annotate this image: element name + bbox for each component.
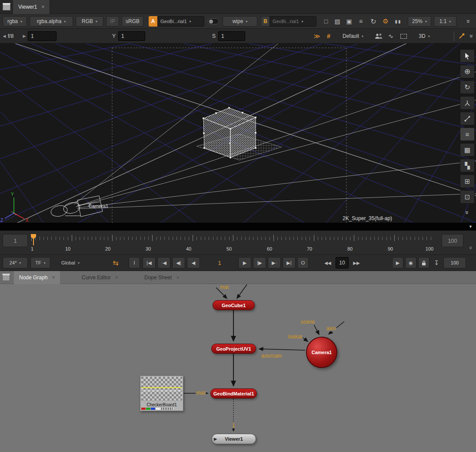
tab-dope-sheet-label: Dope Sheet — [144, 275, 172, 281]
frame-all-button[interactable]: ⊞ — [460, 174, 475, 188]
collapse-arrow-icon[interactable]: ▼ — [469, 224, 473, 229]
cursor-tool-button[interactable] — [460, 49, 475, 63]
node-checkerboard[interactable]: CheckerBoard1 — [140, 375, 183, 411]
node-geoprojectuv[interactable]: GeoProjectUV1 — [211, 344, 256, 354]
rotate-tool-button[interactable]: ↻ — [460, 80, 475, 94]
play-backward-button[interactable]: ◀ — [187, 257, 200, 268]
lut-dropdown[interactable]: Default — [336, 31, 370, 41]
play-forward-button[interactable]: ▶ — [238, 257, 251, 268]
goto-end-button[interactable]: ▶| — [283, 257, 296, 268]
toolbar-overflow-chevron-icon[interactable]: » — [464, 17, 474, 26]
export-frames-icon[interactable]: ↧ — [431, 257, 442, 268]
marquee-select-icon[interactable] — [399, 31, 408, 41]
fps-dropdown[interactable]: 24* — [3, 257, 28, 268]
channels-dropdown[interactable]: rgba — [3, 16, 27, 27]
edge-label-lookat: lookat — [287, 334, 303, 340]
input-process-button[interactable]: IP — [106, 16, 119, 27]
flipbook-button[interactable]: ▶ — [392, 257, 403, 268]
overlay-menu-icon[interactable]: ≡ — [356, 16, 366, 27]
tab-curve-editor[interactable]: Curve Editor × — [77, 271, 123, 284]
next-keyframe-button[interactable]: ▶· — [268, 257, 281, 268]
saturation-input[interactable]: 1 — [218, 31, 245, 41]
jump-back-button[interactable]: ◀◀ — [322, 257, 334, 268]
layout-grid-button[interactable]: ▦ — [460, 143, 475, 157]
fstop-next-icon[interactable]: ▶ — [22, 31, 27, 41]
roi-gear-icon[interactable]: ⚙ — [380, 16, 391, 27]
pause-icon[interactable]: ▮▮ — [392, 16, 404, 27]
input-b-dropdown[interactable]: GeoBi...rial1 — [270, 16, 316, 27]
input-a-combo: A GeoBi...rial1 — [149, 16, 204, 27]
frame-all-icon: ⊞ — [465, 177, 470, 185]
gain-input[interactable]: 1 — [28, 31, 57, 41]
zoom-dropdown[interactable]: 25% — [408, 16, 431, 27]
display-mode-dropdown[interactable]: RGB — [76, 16, 103, 27]
gamma-input[interactable]: 1 — [118, 31, 145, 41]
input-a-dropdown[interactable]: GeoBi...rial1 — [157, 16, 204, 27]
input-b-badge: B — [261, 16, 270, 27]
node-camera[interactable]: Camera1 — [306, 337, 337, 368]
color-sample-icon[interactable] — [456, 31, 467, 41]
panel-divider[interactable]: ▼ — [0, 223, 476, 231]
goto-start-button[interactable]: |◀ — [143, 257, 156, 268]
node-viewer[interactable]: ▶ Viewer1 — [212, 434, 256, 444]
wipe-toggle[interactable] — [208, 18, 219, 24]
proxy-square-icon[interactable]: □ — [321, 16, 331, 27]
timeline-start-field[interactable]: 1 — [3, 234, 28, 247]
viewer-lut-button[interactable]: sRGB — [122, 16, 143, 27]
fstop-prev-icon[interactable]: ◀ — [2, 31, 7, 41]
range-dropdown[interactable]: Global — [53, 257, 88, 268]
scale-tool-button[interactable] — [460, 96, 475, 110]
tool-column-chevron-icon[interactable]: » — [461, 205, 474, 220]
timeline: 1 1 10 20 30 40 50 60 70 80 90 100 100 » — [0, 231, 476, 255]
capture-button[interactable]: ◉ — [405, 257, 416, 268]
jump-forward-button[interactable]: ▶▶ — [350, 257, 363, 268]
step-back-button[interactable]: ◀| — [172, 257, 185, 268]
tab-node-graph[interactable]: Node Graph × — [14, 271, 60, 284]
close-icon[interactable]: × — [176, 275, 179, 281]
tf-dropdown[interactable]: TF — [30, 257, 50, 268]
view-mode-dropdown[interactable]: 3D — [412, 31, 436, 41]
wave-icon[interactable]: ∿ — [386, 31, 396, 41]
playback-end-field[interactable]: 100 — [443, 257, 466, 268]
close-icon[interactable]: × — [115, 275, 118, 281]
current-frame-field[interactable]: 1 — [204, 257, 235, 268]
close-icon[interactable]: × — [52, 275, 55, 281]
frame-selected-button[interactable]: ⊡ — [460, 190, 475, 204]
stage-light-icon[interactable]: ≫ — [311, 31, 323, 41]
downrez-hatch-icon[interactable]: ▨ — [332, 16, 343, 27]
toolbar2-overflow-chevron-icon[interactable]: » — [467, 32, 476, 40]
timeline-major-ticks[interactable] — [31, 235, 431, 241]
refresh-icon[interactable]: ↻ — [368, 16, 379, 27]
viewer-3d-viewport[interactable]: Camera1 Y X Z 2K_Super_35(full-ap) — [0, 44, 476, 223]
prev-keyframe-button[interactable]: ·◀ — [157, 257, 170, 268]
tab-dope-sheet[interactable]: Dope Sheet × — [139, 271, 184, 284]
timeline-end-field[interactable]: 100 — [442, 234, 463, 247]
split-view-button[interactable]: ▚ — [460, 159, 475, 172]
lower-pane-menu-icon[interactable] — [2, 274, 10, 281]
connect-tool-button[interactable] — [460, 112, 475, 125]
in-point-button[interactable]: I — [129, 257, 140, 268]
wipe-mode-dropdown[interactable]: wipe — [223, 16, 257, 27]
split-view-icon: ▚ — [465, 162, 470, 170]
handles-tool-button[interactable]: ≡ — [460, 127, 475, 141]
lock-range-button[interactable] — [418, 257, 429, 268]
people-icon[interactable] — [373, 31, 384, 41]
step-forward-button[interactable]: |▶ — [253, 257, 266, 268]
tick-label: 90 — [388, 246, 393, 251]
out-point-button[interactable]: O — [297, 257, 309, 268]
fstop-label[interactable]: f/8 — [8, 31, 22, 41]
node-geobindmaterial[interactable]: GeoBindMaterial1 — [210, 388, 257, 398]
grid-snap-icon[interactable]: # — [324, 31, 333, 41]
loop-mode-icon[interactable]: ⇆ — [110, 257, 122, 268]
alpha-channel-dropdown[interactable]: rgba.alpha — [30, 16, 73, 27]
viewer-tab[interactable]: Viewer1 × — [13, 0, 50, 14]
monitor-out-icon[interactable]: ▣ — [343, 16, 355, 27]
timeline-chevron-icon[interactable]: » — [468, 246, 474, 249]
pane-menu-icon[interactable] — [3, 3, 10, 10]
close-icon[interactable]: × — [41, 4, 44, 10]
pixel-aspect-dropdown[interactable]: 1:1 — [434, 16, 456, 27]
jump-step-field[interactable]: 10 — [336, 257, 349, 268]
node-graph-canvas[interactable]: mat scene axis lookat axis/cam mat 1 Geo… — [0, 284, 476, 452]
translate-tool-button[interactable]: ⊕ — [460, 65, 475, 78]
node-geocube[interactable]: GeoCube1 — [213, 300, 255, 310]
